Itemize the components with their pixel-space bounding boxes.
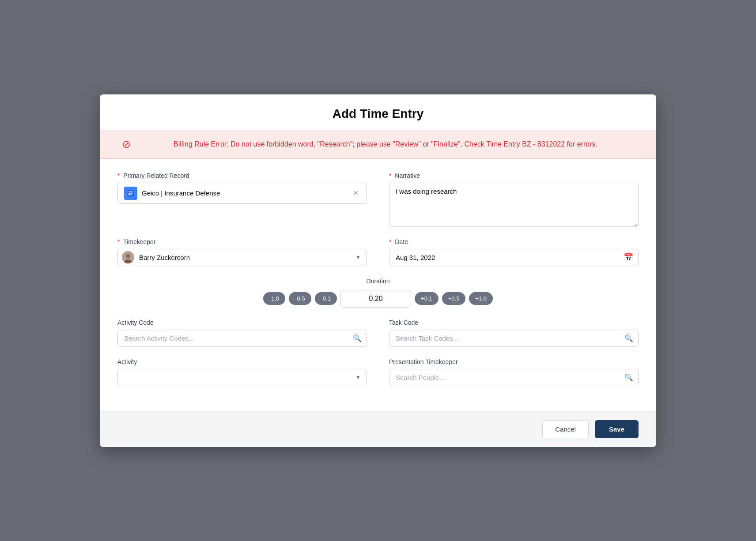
task-code-label: Task Code [389,319,639,326]
primary-record-clear-button[interactable]: ✕ [351,188,360,198]
form-row-3: Activity Code 🔍 Task Code 🔍 [117,319,639,347]
svg-rect-2 [129,193,133,194]
required-star-timekeeper: * [117,238,120,245]
activity-group: Activity ▼ [117,358,367,386]
required-star-date: * [389,238,391,245]
timekeeper-select-wrapper: Barry Zuckercorn ▼ [117,249,367,266]
svg-rect-1 [129,192,133,192]
required-star-narrative: * [389,172,391,179]
error-banner: ⊘ Billing Rule Error: Do not use forbidd… [100,130,656,159]
save-button[interactable]: Save [595,420,639,438]
modal-title: Add Time Entry [117,107,639,121]
task-code-group: Task Code 🔍 [389,319,639,347]
svg-point-5 [126,254,130,258]
timekeeper-group: * Timekeeper Barry Zuckercorn [117,238,367,266]
narrative-group: * Narrative I was doing research [389,172,639,227]
modal-body: * Primary Related Record Geico [100,159,656,411]
cancel-button[interactable]: Cancel [542,420,589,438]
activity-label: Activity [117,358,367,365]
modal-overlay: Add Time Entry ⊘ Billing Rule Error: Do … [0,0,756,541]
primary-record-field[interactable]: Geico | Insurance Defense ✕ [117,183,367,204]
record-icon [124,187,137,200]
duration-increment-0-5-button[interactable]: +0.5 [442,292,466,305]
duration-input[interactable] [340,290,411,308]
form-row-2: * Timekeeper Barry Zuckercorn [117,238,639,266]
primary-record-value: Geico | Insurance Defense [142,189,347,197]
duration-increment-1-button[interactable]: +1.0 [469,292,493,305]
error-icon: ⊘ [122,138,131,150]
primary-record-group: * Primary Related Record Geico [117,172,367,227]
duration-decrement-1-button[interactable]: -1.0 [263,292,285,305]
duration-controls: -1.0 -0.5 -0.1 +0.1 +0.5 +1.0 [117,290,639,308]
primary-record-label: * Primary Related Record [117,172,367,179]
presentation-timekeeper-group: Presentation Timekeeper 🔍 [389,358,639,386]
date-input[interactable] [389,249,639,266]
presentation-timekeeper-input[interactable] [389,369,639,386]
form-row-1: * Primary Related Record Geico [117,172,639,227]
modal-header: Add Time Entry [100,94,656,130]
form-row-4: Activity ▼ Presentation Timekeeper 🔍 [117,358,639,386]
narrative-textarea[interactable]: I was doing research [389,183,639,227]
date-group: * Date 📅 [389,238,639,266]
activity-select-wrapper: ▼ [117,369,367,386]
duration-section: Duration -1.0 -0.5 -0.1 +0.1 +0.5 +1.0 [117,278,639,308]
task-code-search-wrapper: 🔍 [389,330,639,347]
presentation-timekeeper-search-wrapper: 🔍 [389,369,639,386]
narrative-label: * Narrative [389,172,639,179]
duration-decrement-0-1-button[interactable]: -0.1 [315,292,337,305]
date-label: * Date [389,238,639,245]
duration-increment-0-1-button[interactable]: +0.1 [415,292,438,305]
presentation-timekeeper-label: Presentation Timekeeper [389,358,639,365]
timekeeper-avatar [122,251,134,263]
task-code-input[interactable] [389,330,639,347]
activity-code-input[interactable] [117,330,367,347]
activity-code-group: Activity Code 🔍 [117,319,367,347]
required-star: * [117,172,120,179]
modal-footer: Cancel Save [100,411,656,447]
timekeeper-select[interactable]: Barry Zuckercorn [117,249,367,266]
activity-code-label: Activity Code [117,319,367,326]
date-wrapper: 📅 [389,249,639,266]
add-time-entry-modal: Add Time Entry ⊘ Billing Rule Error: Do … [100,94,656,447]
duration-label: Duration [117,278,639,285]
timekeeper-label: * Timekeeper [117,238,367,245]
activity-code-search-wrapper: 🔍 [117,330,367,347]
svg-rect-3 [129,194,132,195]
duration-decrement-0-5-button[interactable]: -0.5 [289,292,311,305]
error-message: Billing Rule Error: Do not use forbidden… [137,139,634,150]
activity-select[interactable] [117,369,367,386]
